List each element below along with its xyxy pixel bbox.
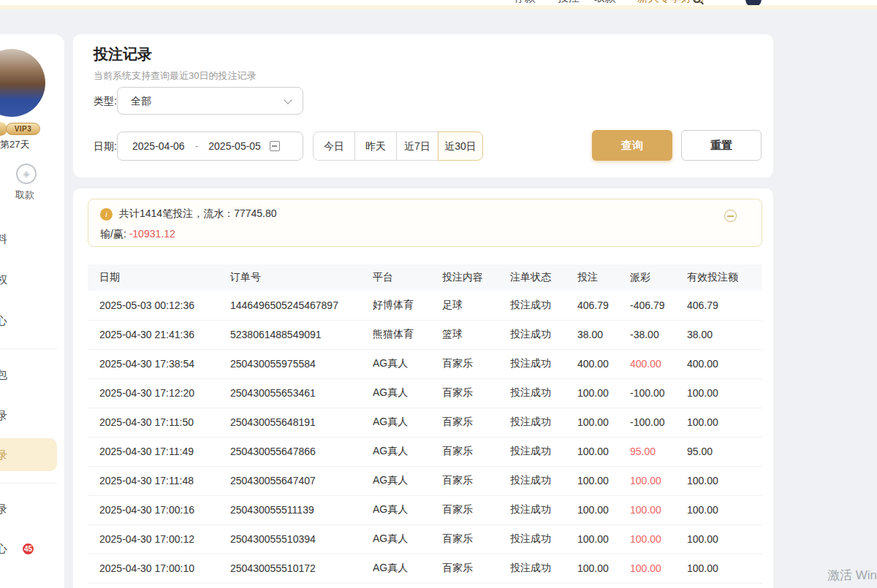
cell-order: 250430055648191 bbox=[230, 408, 373, 437]
cell-platform: 熊猫体育 bbox=[373, 320, 442, 349]
date-end-value: 2025-05-05 bbox=[208, 140, 261, 152]
cell-date: 2025-04-30 21:41:36 bbox=[88, 320, 230, 349]
sidebar-divider bbox=[0, 483, 57, 484]
cell-order: 250430055510172 bbox=[230, 554, 373, 583]
cell-content: 篮球 bbox=[442, 320, 510, 349]
navbar-avatar[interactable] bbox=[745, 0, 762, 5]
cell-content: 百家乐 bbox=[442, 466, 510, 495]
cell-valid: 100.00 bbox=[687, 495, 762, 524]
cell-content: 百家乐 bbox=[442, 554, 510, 583]
sidebar-item-wallet[interactable]: 包 bbox=[0, 368, 7, 382]
header-platform: 平台 bbox=[373, 264, 442, 291]
cell-payout: -406.79 bbox=[630, 291, 687, 320]
cell-bet: 406.79 bbox=[577, 291, 630, 320]
cell-status: 投注成功 bbox=[510, 291, 577, 320]
table-row: 2025-04-30 17:00:16250430055511139AG真人百家… bbox=[88, 495, 762, 524]
sidebar-item-message-center[interactable]: 心 bbox=[0, 542, 7, 556]
cell-platform: AG真人 bbox=[373, 408, 442, 437]
cell-platform: AG真人 bbox=[373, 349, 442, 378]
quick-range-today[interactable]: 今日 bbox=[313, 131, 355, 161]
sidebar-item-other-records[interactable]: 录 bbox=[0, 503, 7, 516]
header-content: 投注内容 bbox=[442, 264, 510, 291]
records-tbody: 2025-05-03 00:12:361446496505245467897好博… bbox=[88, 291, 762, 583]
cell-order: 250430055653461 bbox=[230, 378, 373, 408]
sidebar-item-bet-records[interactable]: 录 bbox=[0, 448, 7, 462]
cell-payout: -38.00 bbox=[630, 320, 687, 349]
quick-range-7days[interactable]: 近7日 bbox=[396, 131, 438, 161]
sidebar-item-security-center[interactable]: 心 bbox=[0, 314, 7, 328]
header-bet: 投注 bbox=[577, 264, 630, 291]
cell-valid: 100.00 bbox=[687, 378, 762, 408]
withdraw-icon[interactable]: ◈ bbox=[16, 164, 37, 184]
cell-payout: 100.00 bbox=[630, 495, 687, 524]
cell-content: 百家乐 bbox=[442, 349, 510, 378]
cell-bet: 100.00 bbox=[577, 466, 630, 495]
cell-valid: 38.00 bbox=[687, 320, 762, 349]
quick-range-30days[interactable]: 近30日 bbox=[438, 131, 483, 161]
quick-range-yesterday[interactable]: 昨天 bbox=[354, 131, 397, 161]
table-row: 2025-04-30 21:41:365238061488549091熊猫体育篮… bbox=[88, 320, 762, 349]
cell-bet: 100.00 bbox=[577, 408, 630, 437]
header-status: 注单状态 bbox=[510, 264, 577, 291]
cell-content: 百家乐 bbox=[442, 378, 510, 408]
nav-item-deposit[interactable]: 存款 bbox=[514, 0, 536, 5]
date-range-input[interactable]: 2025-04-06 - 2025-05-05 bbox=[117, 131, 303, 161]
cell-order: 1446496505245467897 bbox=[230, 291, 373, 320]
page-title: 投注记录 bbox=[94, 45, 152, 64]
chevron-down-icon bbox=[284, 96, 292, 104]
sidebar: VIP3 第27天 ◈ 取款 料 权 心 包 录 录 录 心 45 bbox=[0, 34, 64, 588]
page-subtitle: 当前系统支持查询最近30日的投注记录 bbox=[94, 69, 256, 83]
cell-valid: 100.00 bbox=[687, 466, 762, 495]
date-separator: - bbox=[195, 140, 199, 152]
cell-valid: 100.00 bbox=[687, 524, 762, 554]
top-navbar: 存款 投注 取款 新人专享好礼 bbox=[0, 0, 877, 5]
cell-valid: 400.00 bbox=[687, 349, 762, 378]
cell-platform: AG真人 bbox=[373, 495, 442, 524]
table-row: 2025-05-03 00:12:361446496505245467897好博… bbox=[88, 291, 762, 320]
query-button[interactable]: 查询 bbox=[592, 130, 672, 161]
withdraw-label[interactable]: 取款 bbox=[15, 188, 34, 202]
cell-status: 投注成功 bbox=[510, 437, 577, 466]
cell-date: 2025-04-30 17:11:49 bbox=[88, 437, 230, 466]
header-date: 日期 bbox=[88, 264, 230, 291]
cell-status: 投注成功 bbox=[510, 495, 577, 524]
info-icon: i bbox=[100, 208, 113, 221]
sidebar-item-profile[interactable]: 料 bbox=[0, 232, 7, 246]
loss-value: -10931.12 bbox=[129, 228, 175, 240]
nav-item-bet[interactable]: 投注 bbox=[558, 0, 580, 5]
reset-button[interactable]: 重置 bbox=[681, 130, 762, 161]
cell-status: 投注成功 bbox=[510, 524, 577, 554]
cell-date: 2025-05-03 00:12:36 bbox=[88, 291, 230, 320]
collapse-icon[interactable] bbox=[724, 210, 737, 222]
sidebar-item-privileges[interactable]: 权 bbox=[0, 273, 7, 287]
cell-status: 投注成功 bbox=[510, 554, 577, 583]
header-payout: 派彩 bbox=[630, 264, 687, 291]
cell-order: 250430055511139 bbox=[230, 495, 373, 524]
cell-order: 250430055975584 bbox=[230, 349, 373, 378]
user-avatar[interactable] bbox=[0, 49, 45, 117]
records-card: i 共计1414笔投注，流水：77745.80 输/赢: -10931.12 日… bbox=[73, 188, 773, 588]
cell-date: 2025-04-30 17:12:20 bbox=[88, 378, 230, 408]
table-row: 2025-04-30 17:11:48250430055647407AG真人百家… bbox=[88, 466, 762, 495]
table-row: 2025-04-30 17:11:49250430055647866AG真人百家… bbox=[88, 437, 762, 466]
cell-order: 5238061488549091 bbox=[230, 320, 373, 349]
cell-payout: 400.00 bbox=[630, 349, 687, 378]
cell-bet: 100.00 bbox=[577, 524, 630, 554]
nav-item-withdraw[interactable]: 取款 bbox=[594, 0, 616, 5]
cell-platform: AG真人 bbox=[373, 524, 442, 554]
sidebar-item-transaction-records[interactable]: 录 bbox=[0, 409, 7, 423]
cell-content: 足球 bbox=[442, 291, 510, 320]
type-select[interactable]: 全部 bbox=[117, 87, 303, 115]
records-table: 日期 订单号 平台 投注内容 注单状态 投注 派彩 有效投注额 2025-05-… bbox=[88, 264, 762, 584]
cell-date: 2025-04-30 17:11:48 bbox=[88, 466, 230, 495]
cell-platform: AG真人 bbox=[373, 554, 442, 583]
cell-valid: 406.79 bbox=[687, 291, 762, 320]
table-row: 2025-04-30 17:12:20250430055653461AG真人百家… bbox=[88, 378, 762, 408]
table-row: 2025-04-30 17:00:12250430055510394AG真人百家… bbox=[88, 524, 762, 554]
cell-valid: 100.00 bbox=[687, 554, 762, 583]
date-start-value: 2025-04-06 bbox=[132, 140, 185, 152]
table-row: 2025-04-30 17:11:50250430055648191AG真人百家… bbox=[88, 408, 762, 437]
cell-bet: 400.00 bbox=[577, 349, 630, 378]
table-row: 2025-04-30 17:38:54250430055975584AG真人百家… bbox=[88, 349, 762, 378]
table-header: 日期 订单号 平台 投注内容 注单状态 投注 派彩 有效投注额 bbox=[88, 264, 762, 291]
